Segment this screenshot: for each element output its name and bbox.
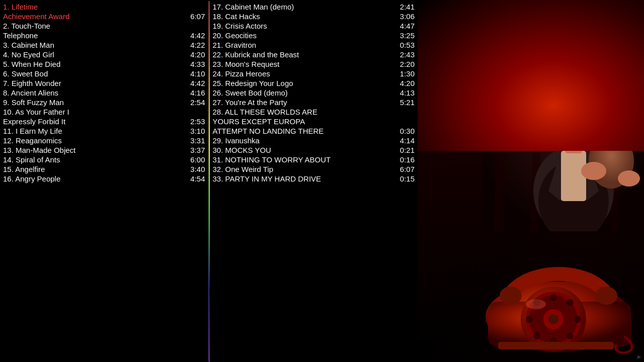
watermark: ▶ <box>637 354 641 359</box>
list-item: 30. MOCKS YOU0:21 <box>213 145 415 155</box>
list-item: 11. I Earn My Life3:10 <box>3 126 205 136</box>
track-name: ATTEMPT NO LANDING THERE <box>213 127 397 135</box>
list-item: 31. NOTHING TO WORRY ABOUT0:16 <box>213 155 415 164</box>
track-duration: 3:40 <box>190 165 205 173</box>
track-duration: 4:20 <box>190 50 205 59</box>
track-duration: 4:42 <box>190 79 205 87</box>
track-duration: 2:53 <box>190 117 205 126</box>
svg-rect-7 <box>561 151 586 201</box>
list-item: 14. Spiral of Ants6:00 <box>3 155 205 164</box>
album-art: LEMON DEMON SPIRIT PHONE ✦ ✦ <box>418 0 644 362</box>
track-duration: 5:21 <box>400 98 415 107</box>
track-duration: 2:54 <box>190 98 205 107</box>
track-name: 7. Eighth Wonder <box>3 79 187 87</box>
list-item: 18. Cat Hacks3:06 <box>213 12 415 21</box>
track-name: 25. Redesign Your Logo <box>213 79 397 87</box>
list-item: 32. One Weird Tip6:07 <box>213 164 415 174</box>
track-duration: 3:06 <box>400 12 415 21</box>
track-name: 10. As Your Father I <box>3 108 202 116</box>
list-item: 25. Redesign Your Logo4:20 <box>213 78 415 88</box>
svg-point-35 <box>567 332 574 339</box>
track-name: 6. Sweet Bod <box>3 69 187 78</box>
list-item: 6. Sweet Bod4:10 <box>3 69 205 78</box>
track-name: 4. No Eyed Girl <box>3 50 187 59</box>
track-name: Achievement Award <box>3 12 187 21</box>
svg-point-34 <box>574 316 581 323</box>
track-name: 28. ALL THESE WORLDS ARE <box>213 108 412 116</box>
track-name: 12. Reaganomics <box>3 136 187 145</box>
track-name: 20. Geocities <box>213 31 397 40</box>
list-item: 5. When He Died4:33 <box>3 59 205 69</box>
track-duration: 3:25 <box>400 31 415 40</box>
track-name: Expressly Forbid It <box>3 117 187 126</box>
list-item: 2. Touch-Tone <box>3 21 205 31</box>
track-name: 26. Sweet Bod (demo) <box>213 88 397 97</box>
track-duration: 3:10 <box>190 127 205 135</box>
track-name: 33. PARTY IN MY HARD DRIVE <box>213 174 397 183</box>
track-duration: 4:13 <box>400 88 415 97</box>
list-item: 15. Angelfire3:40 <box>3 164 205 174</box>
track-name: 13. Man-Made Object <box>3 146 187 154</box>
list-item: ATTEMPT NO LANDING THERE0:30 <box>213 126 415 136</box>
track-name: 22. Kubrick and the Beast <box>213 50 397 59</box>
svg-point-37 <box>533 332 540 339</box>
list-item: 28. ALL THESE WORLDS ARE <box>213 107 415 117</box>
list-item: 3. Cabinet Man4:22 <box>3 40 205 50</box>
track-duration: 4:14 <box>400 136 415 145</box>
track-name: 31. NOTHING TO WORRY ABOUT <box>213 155 397 164</box>
svg-point-42 <box>526 299 546 309</box>
track-duration: 6:00 <box>190 155 205 164</box>
phone-background <box>418 0 644 151</box>
list-item: 27. You're At the Party5:21 <box>213 98 415 107</box>
list-item: Achievement Award6:07 <box>3 12 205 21</box>
list-item: YOURS EXCEPT EUROPA <box>213 117 415 126</box>
svg-point-28 <box>595 287 617 305</box>
track-name: 32. One Weird Tip <box>213 165 397 173</box>
track-duration: 2:41 <box>400 3 415 11</box>
svg-point-24 <box>618 170 640 187</box>
track-name: Telephone <box>3 31 187 40</box>
track-duration: 4:22 <box>190 41 205 49</box>
track-duration: 1:30 <box>400 69 415 78</box>
svg-point-33 <box>567 299 574 306</box>
track-duration: 0:16 <box>400 155 415 164</box>
svg-point-38 <box>526 316 533 323</box>
track-name: 8. Ancient Aliens <box>3 88 187 97</box>
track-duration: 6:07 <box>190 12 205 21</box>
track-name: 2. Touch-Tone <box>3 22 202 30</box>
list-item: 12. Reaganomics3:31 <box>3 136 205 145</box>
list-item: 16. Angry People4:54 <box>3 174 205 184</box>
track-name: 23. Moon's Request <box>213 60 397 68</box>
list-item: 24. Pizza Heroes1:30 <box>213 69 415 78</box>
list-item: 29. Ivanushka4:14 <box>213 136 415 145</box>
list-item: 1. Lifetime <box>3 2 205 12</box>
list-item: 10. As Your Father I <box>3 107 205 117</box>
track-name: 30. MOCKS YOU <box>213 146 397 154</box>
list-item: 19. Crisis Actors4:47 <box>213 21 415 31</box>
svg-point-23 <box>581 162 606 180</box>
tracklist-container: 1. Lifetime Achievement Award6:072. Touc… <box>0 0 418 362</box>
track-name: 21. Gravitron <box>213 41 397 49</box>
list-item: Expressly Forbid It2:53 <box>3 117 205 126</box>
list-item: 8. Ancient Aliens4:16 <box>3 88 205 98</box>
track-column-2: 17. Cabinet Man (demo)2:4118. Cat Hacks3… <box>210 1 418 361</box>
track-duration: 0:21 <box>400 146 415 154</box>
list-item: 22. Kubrick and the Beast2:43 <box>213 50 415 59</box>
track-name: 24. Pizza Heroes <box>213 69 397 78</box>
track-name: 29. Ivanushka <box>213 136 397 145</box>
list-item: 20. Geocities3:25 <box>213 31 415 40</box>
track-name: 14. Spiral of Ants <box>3 155 187 164</box>
track-name: 15. Angelfire <box>3 165 187 173</box>
track-duration: 4:20 <box>400 79 415 87</box>
track-name: 11. I Earn My Life <box>3 127 187 135</box>
track-name: 17. Cabinet Man (demo) <box>213 3 397 11</box>
track-name: 1. Lifetime <box>3 3 202 11</box>
list-item: 4. No Eyed Girl4:20 <box>3 50 205 59</box>
list-item: 17. Cabinet Man (demo)2:41 <box>213 2 415 12</box>
svg-rect-43 <box>498 342 614 349</box>
track-duration: 4:54 <box>190 174 205 183</box>
track-duration: 0:53 <box>400 41 415 49</box>
track-name: 27. You're At the Party <box>213 98 397 107</box>
track-duration: 4:42 <box>190 31 205 40</box>
track-name: 5. When He Died <box>3 60 187 68</box>
